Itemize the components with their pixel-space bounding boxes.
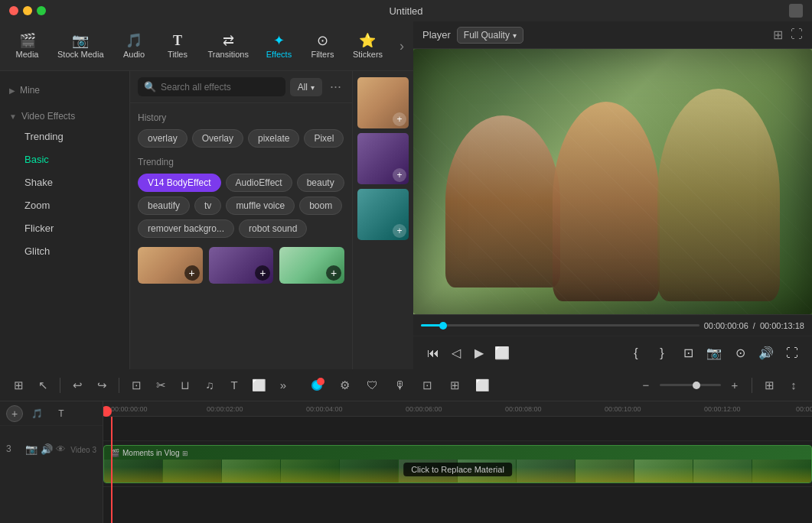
fullscreen-icon[interactable]: ⛶ [791,28,803,42]
zoom-in-button[interactable]: + [724,375,745,396]
thumb-card-2[interactable]: + [357,133,409,184]
layout-tool[interactable]: ⊞ [758,375,780,396]
zoom-slider[interactable] [660,384,721,386]
thumb-card-1[interactable]: + [357,77,409,128]
thumb-add-1-button[interactable]: + [393,112,406,126]
volume-button[interactable]: 🔊 [755,343,777,364]
tag-overlay[interactable]: overlay [138,129,188,148]
effect-thumb-2[interactable]: + [209,247,274,284]
sidebar-video-effects-header[interactable]: ▼ Video Effects [9,108,120,125]
sidebar-item-basic[interactable]: Basic [12,148,117,171]
tool-delete[interactable]: ⊡ [126,375,147,396]
tool-undo[interactable]: ↩ [67,375,88,396]
tag-muffle-voice[interactable]: muffle voice [226,197,295,215]
fullscreen-button[interactable]: ⛶ [781,343,803,364]
minimize-button[interactable] [23,6,32,15]
effects-search-bar: 🔍 All ··· [130,71,352,103]
tool-redo[interactable]: ↪ [91,375,113,396]
thumb-add-2-button[interactable]: + [393,168,406,182]
mark-in-button[interactable]: { [625,343,647,364]
insert-button[interactable]: ⊡ [677,343,699,364]
step-back-button[interactable]: ◁ [445,343,467,364]
tag-remover-bg[interactable]: remover backgro... [138,219,234,238]
camera-icon-button[interactable]: ⊙ [729,343,751,364]
caption-tool[interactable]: ⊞ [444,375,465,396]
collapse-tool[interactable]: ↕ [783,375,804,396]
tool-cut[interactable]: ✂ [150,375,171,396]
shield-tool[interactable]: 🛡 [361,375,383,396]
tag-overlay-cap[interactable]: Overlay [192,129,243,148]
tool-text[interactable]: T [223,375,245,396]
scrubber-handle[interactable] [439,322,447,330]
toolbar-more-button[interactable]: › [396,35,407,57]
close-button[interactable] [9,6,18,15]
grid-view-icon[interactable]: ⊞ [773,28,783,42]
settings-tool[interactable]: ⚙ [334,375,355,396]
zoom-out-button[interactable]: − [635,375,657,396]
zoom-thumb[interactable] [693,382,700,389]
toolbar-filters[interactable]: ⊙ Filters [302,29,344,63]
add-effect-2-button[interactable]: + [255,265,270,281]
track-camera-icon[interactable]: 📷 [25,443,38,455]
add-effect-1-button[interactable]: + [184,265,200,281]
maximize-button[interactable] [37,6,46,15]
toolbar-effects[interactable]: ✦ Effects [258,29,300,63]
scrubber[interactable] [421,324,699,326]
effect-thumb-3[interactable]: + [279,247,344,284]
sub-tool[interactable]: ⊡ [416,375,438,396]
sidebar-item-zoom[interactable]: Zoom [12,194,117,216]
search-input[interactable] [161,82,279,93]
mark-out-button[interactable]: } [651,343,673,364]
tool-audio[interactable]: ♫ [199,375,220,396]
toolbar-stickers[interactable]: ⭐ Stickers [345,29,390,63]
track-visibility-icon[interactable]: 👁 [56,443,66,455]
tag-audioeffect[interactable]: AudioEffect [226,174,292,192]
frame-back-button[interactable]: ⏮ [422,343,444,364]
search-input-wrap[interactable]: 🔍 [138,77,285,96]
toolbar-stock-media[interactable]: 📷 Stock Media [50,29,112,63]
record-button[interactable] [306,375,328,396]
tag-pixel[interactable]: Pixel [304,129,344,148]
loop-button[interactable]: ⬜ [491,343,513,364]
tag-pixelate[interactable]: pixelate [248,129,299,148]
tag-tv[interactable]: tv [194,197,221,215]
mic-tool[interactable]: 🎙 [389,375,410,396]
add-effect-3-button[interactable]: + [326,265,341,281]
toolbar-audio[interactable]: 🎵 Audio [113,29,155,63]
window-controls[interactable] [9,6,46,15]
tool-crop[interactable]: ⬜ [248,375,269,396]
sidebar-item-flicker[interactable]: Flicker [12,217,117,239]
sidebar-item-glitch[interactable]: Glitch [12,240,117,262]
tag-robot-sound[interactable]: robot sound [239,219,307,238]
sidebar-item-trending[interactable]: Trending [12,125,117,148]
ruler-mark-0: 00:00:00:00 [111,405,148,413]
tag-beautify[interactable]: beautify [138,197,190,215]
player-quality-selector[interactable]: Full Quality [457,27,523,44]
tag-boom[interactable]: boom [299,197,342,215]
effect-thumb-1[interactable]: + [138,247,203,284]
main-clip[interactable]: 🎬 Moments in Vlog ⊞ [103,445,812,483]
tool-pointer[interactable]: ↖ [32,375,54,396]
play-button[interactable]: ▶ [468,343,490,364]
thumb-card-3[interactable]: + [357,189,409,240]
sidebar-mine-header[interactable]: ▶ Mine [9,82,120,99]
filter-all-button[interactable]: All [290,78,322,96]
sidebar-item-shake[interactable]: Shake [12,171,117,193]
playhead[interactable] [111,417,113,523]
add-caption-button[interactable]: T [51,403,72,424]
tool-split[interactable]: ⊔ [174,375,196,396]
thumb-add-3-button[interactable]: + [393,224,406,238]
track-volume-icon[interactable]: 🔊 [41,443,53,455]
tag-v14bodyeffect[interactable]: V14 BodyEffect [138,174,221,192]
tool-more[interactable]: » [272,375,294,396]
add-video-track-button[interactable]: + [6,405,23,422]
tool-select[interactable]: ⊞ [8,375,29,396]
toolbar-media[interactable]: 🎬 Media [6,29,48,63]
snapshot-button[interactable]: 📷 [703,343,725,364]
toolbar-titles[interactable]: T Titles [157,29,199,63]
effects-more-button[interactable]: ··· [327,77,344,96]
toolbar-transitions[interactable]: ⇄ Transitions [201,29,256,63]
add-audio-track-button[interactable]: 🎵 [26,403,47,424]
stabilize-tool[interactable]: ⬜ [471,375,493,396]
tag-beauty[interactable]: beauty [297,174,344,192]
